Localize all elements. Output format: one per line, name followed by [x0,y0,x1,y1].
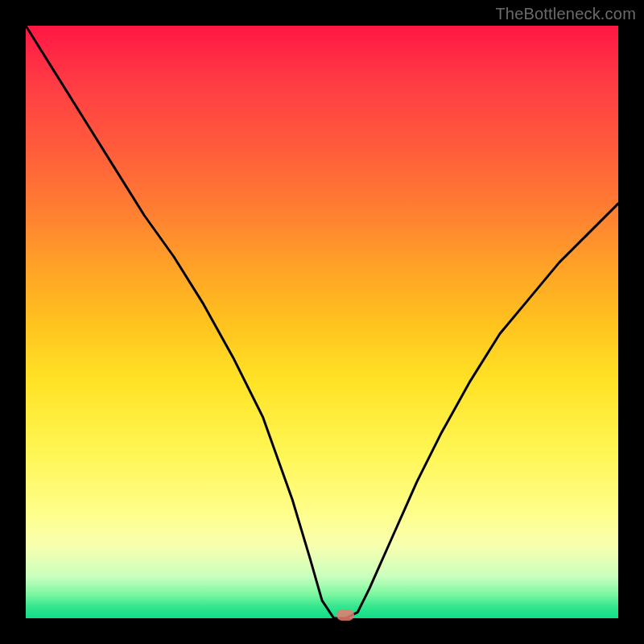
min-marker [336,609,354,621]
curve-layer [26,26,618,618]
chart-frame: TheBottleneck.com [0,0,644,644]
bottleneck-curve [26,26,618,618]
watermark-text: TheBottleneck.com [495,5,636,23]
plot-area [26,26,618,618]
